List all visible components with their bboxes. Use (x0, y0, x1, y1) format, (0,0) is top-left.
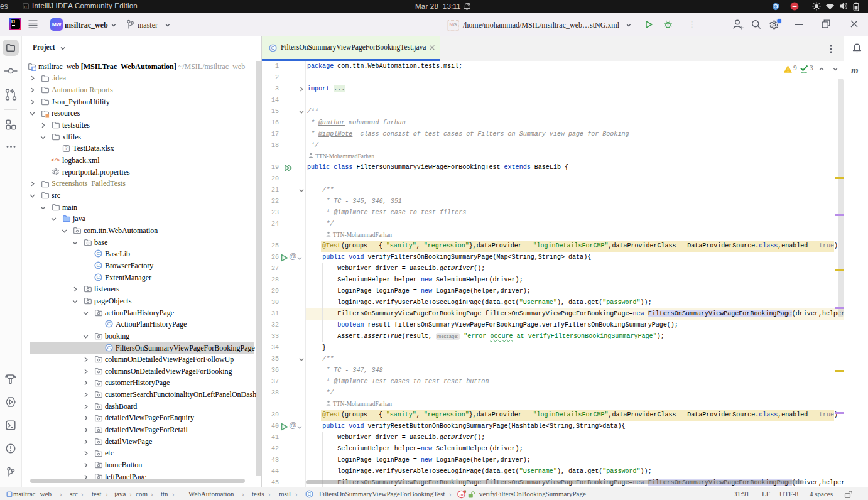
svg-text:C: C (97, 274, 100, 280)
svg-text:C: C (308, 491, 312, 497)
svg-text:C: C (107, 322, 111, 327)
svg-text:?: ? (65, 146, 68, 151)
svg-text:IJ: IJ (24, 6, 27, 9)
svg-text:C: C (97, 263, 100, 268)
svg-text:m: m (459, 491, 463, 497)
svg-text:C: C (97, 251, 100, 257)
svg-text:C: C (107, 345, 111, 351)
svg-text:C: C (271, 45, 275, 51)
